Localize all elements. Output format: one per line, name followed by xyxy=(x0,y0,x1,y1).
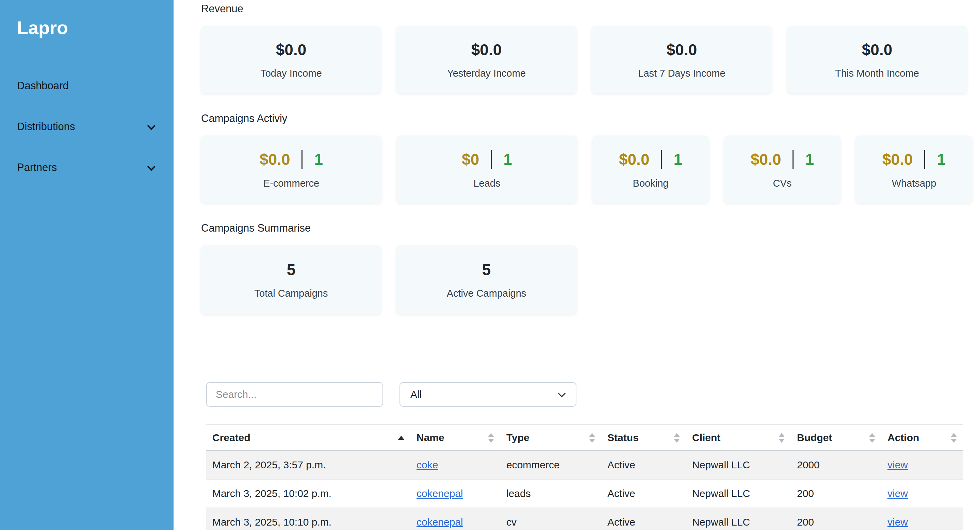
activity-count: 1 xyxy=(805,150,814,169)
cell-client: Nepwall LLC xyxy=(686,508,791,530)
sidebar-item-distributions[interactable]: Distributions xyxy=(11,116,162,137)
sidebar-item-dashboard[interactable]: Dashboard xyxy=(11,75,162,97)
filter-select-value: All xyxy=(410,389,422,400)
column-header-budget[interactable]: Budget xyxy=(791,425,881,451)
column-header-label: Budget xyxy=(797,432,832,444)
card-label: This Month Income xyxy=(835,68,919,79)
column-header-name[interactable]: Name xyxy=(410,425,500,451)
search-input[interactable] xyxy=(206,382,383,407)
activity-amount: $0 xyxy=(462,150,479,169)
card-value: $0.0 xyxy=(862,40,892,59)
card-value: 5 xyxy=(287,260,296,279)
card-value: 5 xyxy=(482,260,491,279)
chevron-down-icon xyxy=(147,121,155,130)
activity-card-whatsapp: $0.0 1 Whatsapp xyxy=(856,136,972,203)
cell-type: leads xyxy=(500,479,601,508)
cell-status: Active xyxy=(601,479,686,508)
cell-status: Active xyxy=(601,508,686,530)
sort-icon xyxy=(398,436,404,440)
card-label: E-commerce xyxy=(263,178,319,189)
column-header-label: Client xyxy=(692,432,721,444)
activity-card-values: $0.0 1 xyxy=(619,150,682,169)
activity-count: 1 xyxy=(937,150,946,169)
activity-count: 1 xyxy=(503,150,512,169)
card-label: Active Campaigns xyxy=(447,288,527,299)
column-header-type[interactable]: Type xyxy=(500,425,601,451)
cell-created: March 2, 2025, 3:57 p.m. xyxy=(206,451,410,479)
card-label: Last 7 Days Income xyxy=(638,68,725,79)
revenue-card-last-7-days: $0.0 Last 7 Days Income xyxy=(592,26,772,93)
column-header-action[interactable]: Action xyxy=(881,425,963,451)
sidebar-item-partners[interactable]: Partners xyxy=(11,157,162,179)
card-value: $0.0 xyxy=(471,40,502,59)
activity-card-ecommerce: $0.0 1 E-commerce xyxy=(201,136,382,203)
activity-card-values: $0.0 1 xyxy=(751,150,814,169)
app-root: Lapro Dashboard Distributions Partners R… xyxy=(0,0,980,530)
card-label: Total Campaigns xyxy=(255,288,328,299)
spacer xyxy=(201,333,971,382)
view-link[interactable]: view xyxy=(888,459,908,470)
table-row: March 2, 2025, 3:57 p.m. coke ecommerce … xyxy=(206,451,963,479)
view-link[interactable]: view xyxy=(888,488,908,499)
campaigns-table: Created Name Type xyxy=(206,425,963,530)
campaign-name-link[interactable]: cokenepal xyxy=(417,516,463,528)
activity-heading: Campaigns Activiy xyxy=(201,112,971,125)
summary-cards-row: 5 Total Campaigns 5 Active Campaigns xyxy=(201,245,971,314)
sort-icon xyxy=(589,433,595,443)
activity-card-booking: $0.0 1 Booking xyxy=(592,136,709,203)
campaign-name-link[interactable]: cokenepal xyxy=(417,488,463,499)
cell-type: cv xyxy=(500,508,601,530)
column-header-label: Type xyxy=(506,432,530,444)
card-label: Today Income xyxy=(260,68,322,79)
column-header-created[interactable]: Created xyxy=(206,425,410,451)
column-header-label: Status xyxy=(608,432,639,444)
card-label: CVs xyxy=(773,178,792,189)
activity-amount: $0.0 xyxy=(259,150,290,169)
activity-amount: $0.0 xyxy=(882,150,913,169)
sort-icon xyxy=(488,433,494,443)
main-content: Revenue $0.0 Today Income $0.0 Yesterday… xyxy=(173,0,980,530)
revenue-card-this-month: $0.0 This Month Income xyxy=(787,26,967,93)
filter-select[interactable]: All xyxy=(399,382,576,407)
divider xyxy=(491,150,492,169)
activity-cards-row: $0.0 1 E-commerce $0 1 Leads $0.0 1 xyxy=(201,136,971,203)
summary-card-active-campaigns: 5 Active Campaigns xyxy=(396,245,576,314)
card-label: Whatsapp xyxy=(892,178,937,189)
campaign-name-link[interactable]: coke xyxy=(417,459,438,470)
cell-budget: 2000 xyxy=(791,451,881,479)
card-label: Booking xyxy=(633,178,669,189)
card-value: $0.0 xyxy=(276,40,307,59)
column-header-client[interactable]: Client xyxy=(686,425,791,451)
sort-icon xyxy=(951,433,957,443)
filters-row: All xyxy=(206,382,971,407)
divider xyxy=(301,150,302,169)
revenue-heading: Revenue xyxy=(201,3,971,15)
activity-count: 1 xyxy=(314,150,323,169)
revenue-cards-row: $0.0 Today Income $0.0 Yesterday Income … xyxy=(201,26,971,93)
cell-created: March 3, 2025, 10:02 p.m. xyxy=(206,479,410,508)
activity-card-cvs: $0.0 1 CVs xyxy=(724,136,840,203)
divider xyxy=(792,150,794,169)
sort-icon xyxy=(869,433,875,443)
card-label: Yesterday Income xyxy=(447,68,526,79)
revenue-card-yesterday: $0.0 Yesterday Income xyxy=(396,26,576,93)
divider xyxy=(661,150,662,169)
chevron-down-icon xyxy=(147,163,155,171)
cell-type: ecommerce xyxy=(500,451,601,479)
activity-amount: $0.0 xyxy=(751,150,781,169)
view-link[interactable]: view xyxy=(888,516,908,528)
sidebar: Lapro Dashboard Distributions Partners xyxy=(0,0,173,530)
column-header-status[interactable]: Status xyxy=(601,425,686,451)
card-label: Leads xyxy=(473,178,500,189)
chevron-down-icon xyxy=(558,390,566,398)
sidebar-item-label: Dashboard xyxy=(17,80,69,92)
divider xyxy=(924,150,925,169)
cell-budget: 200 xyxy=(791,479,881,508)
table-row: March 3, 2025, 10:02 p.m. cokenepal lead… xyxy=(206,479,963,508)
cell-client: Nepwall LLC xyxy=(686,451,791,479)
column-header-label: Name xyxy=(417,432,444,444)
sidebar-item-label: Distributions xyxy=(17,121,75,133)
summary-card-total-campaigns: 5 Total Campaigns xyxy=(201,245,381,314)
cell-status: Active xyxy=(601,451,686,479)
activity-card-values: $0 1 xyxy=(462,150,512,169)
